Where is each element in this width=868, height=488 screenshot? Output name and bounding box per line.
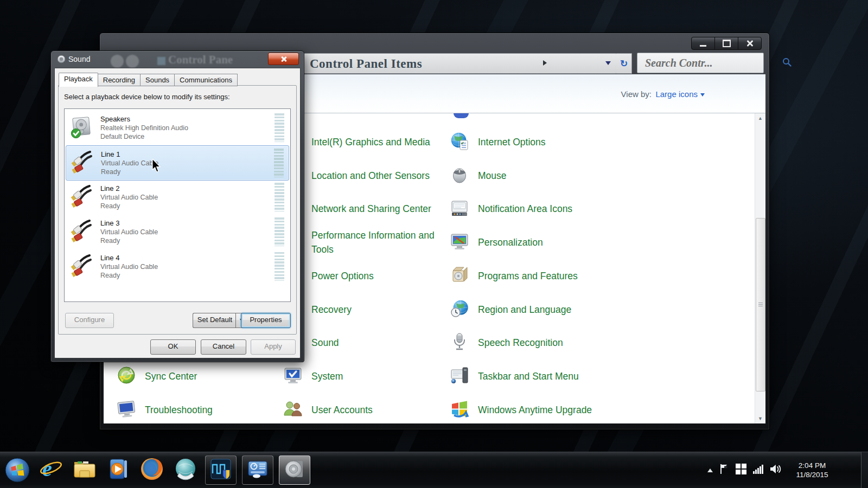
system-tray: 2:04 PM 11/8/2015 bbox=[707, 452, 835, 488]
tab-communications[interactable]: Communications bbox=[175, 74, 238, 86]
cp-item-label[interactable]: Sync Center bbox=[145, 369, 271, 383]
refresh-button[interactable]: ↻ bbox=[616, 53, 632, 74]
cp-item-user-accounts[interactable]: User Accounts bbox=[283, 393, 446, 427]
clock-time: 2:04 PM bbox=[789, 461, 835, 470]
playback-device-list[interactable]: Speakers Realtek High Definition Audio D… bbox=[64, 108, 291, 302]
playback-tab-page: Select a playback device below to modify… bbox=[58, 85, 297, 335]
cp-item-power-options[interactable]: Power Options bbox=[283, 259, 446, 293]
cp-item-label[interactable]: Intel(R) Graphics and Media bbox=[311, 135, 437, 149]
apply-button[interactable]: Apply bbox=[251, 339, 296, 355]
cp-item-label[interactable]: Performance Information and Tools bbox=[311, 228, 437, 256]
scroll-down-button[interactable]: ▼ bbox=[756, 414, 764, 423]
scrollbar[interactable]: ▲ ▼ bbox=[755, 113, 765, 423]
control-panel-app-icon bbox=[247, 458, 269, 482]
show-desktop-button[interactable] bbox=[861, 452, 868, 488]
cp-item-performance-information-and-tools[interactable]: Performance Information and Tools bbox=[283, 226, 446, 259]
device-row-line-2[interactable]: Line 2 Virtual Audio Cable Ready bbox=[66, 180, 289, 214]
cp-item-programs-and-features[interactable]: Programs and Features bbox=[450, 259, 612, 293]
cp-item-label[interactable]: System bbox=[311, 369, 437, 383]
tab-playback[interactable]: Playback bbox=[59, 73, 98, 87]
cp-item-label[interactable]: Windows Anytime Upgrade bbox=[478, 403, 604, 417]
network-signal-icon[interactable] bbox=[753, 464, 764, 476]
pinned-netmeeting[interactable] bbox=[171, 455, 200, 485]
taskbar-clock[interactable]: 2:04 PM 11/8/2015 bbox=[789, 461, 835, 479]
scroll-thumb[interactable] bbox=[756, 218, 765, 391]
taskbar-window-virtual-audio-cable[interactable] bbox=[205, 455, 237, 485]
cp-item-label[interactable]: Power Options bbox=[311, 269, 437, 283]
close-button[interactable] bbox=[738, 37, 761, 49]
cp-item-label[interactable]: Location and Other Sensors bbox=[311, 169, 437, 183]
pinned-windows-explorer[interactable] bbox=[71, 455, 99, 485]
dev-rca-icon bbox=[69, 220, 93, 246]
get-windows-10-icon[interactable] bbox=[736, 464, 746, 477]
show-hidden-icons-button[interactable] bbox=[707, 468, 713, 472]
device-row-speakers[interactable]: Speakers Realtek High Definition Audio D… bbox=[66, 111, 289, 145]
cp-item-region-and-language[interactable]: Region and Language bbox=[450, 293, 612, 326]
vu-meter bbox=[275, 183, 284, 211]
taskbar-window-sound-app[interactable] bbox=[279, 455, 310, 485]
cp-item-label[interactable]: Troubleshooting bbox=[145, 403, 271, 417]
cp-item-taskbar-and-start-menu[interactable]: Taskbar and Start Menu bbox=[450, 359, 612, 393]
media-player-icon bbox=[106, 457, 131, 484]
cp-item-location-and-other-sensors[interactable]: Location and Other Sensors bbox=[283, 159, 446, 192]
cp-item-label[interactable]: Recovery bbox=[311, 303, 437, 317]
cp-item-internet-options[interactable]: Internet Options bbox=[450, 125, 612, 159]
action-center-flag-icon[interactable] bbox=[719, 464, 729, 477]
cp-item-personalization[interactable]: Personalization bbox=[450, 226, 612, 259]
cp-item-recovery[interactable]: Recovery bbox=[283, 293, 446, 326]
tab-sounds[interactable]: Sounds bbox=[141, 74, 175, 86]
device-row-line-4[interactable]: Line 4 Virtual Audio Cable Ready bbox=[66, 249, 289, 284]
sound-dialog-titlebar[interactable]: Sound Control Pane bbox=[51, 51, 304, 68]
cp-item-label[interactable]: Network and Sharing Center bbox=[311, 202, 437, 216]
cp-item-mouse[interactable]: Mouse bbox=[450, 159, 612, 192]
configure-button[interactable]: Configure bbox=[65, 313, 114, 328]
minimize-button[interactable] bbox=[692, 37, 715, 49]
search-box[interactable] bbox=[637, 53, 764, 73]
volume-icon[interactable] bbox=[770, 464, 782, 477]
cp-item-sound[interactable]: Sound bbox=[283, 326, 446, 359]
search-icon[interactable] bbox=[782, 57, 792, 69]
ok-button[interactable]: OK bbox=[150, 339, 196, 355]
address-dropdown-icon[interactable] bbox=[605, 61, 611, 65]
cp-item-label[interactable]: Mouse bbox=[478, 169, 604, 183]
cp-item-label[interactable]: Internet Options bbox=[478, 135, 604, 149]
device-name: Speakers bbox=[100, 115, 130, 123]
start-button[interactable] bbox=[3, 455, 31, 485]
cp-item-intel-r-graphics-and-media[interactable]: Intel(R) Graphics and Media bbox=[283, 125, 446, 159]
chevron-down-icon bbox=[700, 93, 705, 97]
pinned-firefox[interactable] bbox=[138, 455, 166, 485]
tab-recording[interactable]: Recording bbox=[98, 74, 141, 86]
cp-item-sync-center[interactable]: Sync Center bbox=[117, 359, 279, 393]
cp-item-notification-area-icons[interactable]: 0:00Notification Area Icons bbox=[450, 192, 612, 226]
cp-item-windows-anytime-upgrade[interactable]: Windows Anytime Upgrade bbox=[450, 393, 612, 427]
pinned-media-player[interactable] bbox=[104, 455, 132, 485]
device-row-line-3[interactable]: Line 3 Virtual Audio Cable Ready bbox=[66, 215, 289, 249]
pinned-internet-explorer[interactable]: e bbox=[37, 455, 65, 485]
cp-item-troubleshooting[interactable]: Troubleshooting bbox=[117, 393, 279, 427]
breadcrumb-arrow-icon[interactable] bbox=[543, 60, 547, 66]
breadcrumb[interactable]: Control Panel Items bbox=[310, 57, 422, 71]
scroll-up-button[interactable]: ▲ bbox=[756, 114, 764, 123]
cp-item-label[interactable]: Region and Language bbox=[478, 303, 604, 317]
cp-item-label[interactable]: Taskbar and Start Menu bbox=[478, 369, 604, 383]
dialog-close-button[interactable] bbox=[268, 53, 299, 65]
cp-item-label[interactable]: Personalization bbox=[478, 235, 604, 249]
cp-item-label[interactable]: Sound bbox=[311, 336, 437, 350]
properties-button[interactable]: Properties bbox=[241, 313, 291, 328]
device-row-line-1[interactable]: Line 1 Virtual Audio Cable Ready bbox=[66, 145, 289, 181]
cp-item-label[interactable]: Notification Area Icons bbox=[478, 202, 604, 216]
cp-item-label[interactable]: Programs and Features bbox=[478, 269, 604, 283]
inet-icon bbox=[450, 131, 469, 153]
search-input[interactable] bbox=[637, 57, 782, 69]
taskbar-window-control-panel-app[interactable] bbox=[242, 455, 273, 485]
maximize-button[interactable] bbox=[715, 37, 738, 49]
cp-item-speech-recognition[interactable]: Speech Recognition bbox=[450, 326, 612, 359]
cp-item-system[interactable]: System bbox=[283, 359, 446, 393]
cp-item-network-and-sharing-center[interactable]: Network and Sharing Center bbox=[283, 192, 446, 226]
cp-item-label[interactable]: User Accounts bbox=[311, 403, 437, 417]
ghost-address-icon bbox=[157, 57, 165, 65]
set-default-button[interactable]: Set Default bbox=[193, 313, 237, 328]
cancel-button[interactable]: Cancel bbox=[201, 339, 246, 355]
view-mode-dropdown[interactable]: Large icons bbox=[655, 89, 705, 99]
cp-item-label[interactable]: Speech Recognition bbox=[478, 336, 604, 350]
